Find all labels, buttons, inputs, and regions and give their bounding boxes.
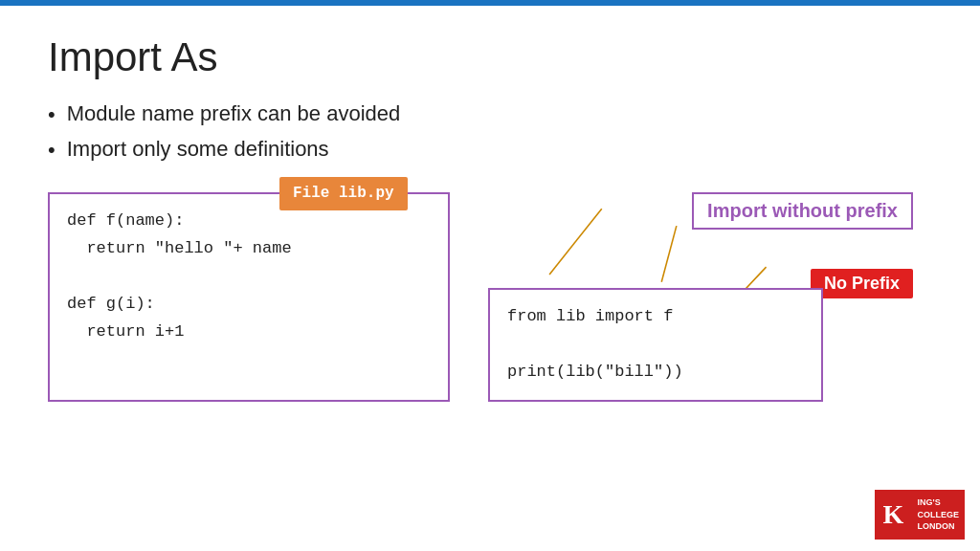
bullet-1-text: Module name prefix can be avoided xyxy=(67,101,401,126)
slide-title: Import As xyxy=(48,34,932,80)
kcl-k-letter: K xyxy=(875,490,911,540)
svg-line-1 xyxy=(661,226,677,282)
code-section: File lib.py def f(name): return "hello "… xyxy=(48,192,932,402)
file-label: File lib.py xyxy=(279,177,408,210)
main-code-line-2: print(lib("bill")) xyxy=(507,359,804,386)
lib-code-line-3: def g(i): xyxy=(67,291,431,319)
lib-code-box: File lib.py def f(name): return "hello "… xyxy=(48,192,450,402)
lib-code-line-1: def f(name): xyxy=(67,208,431,235)
kcl-text: ING'SCollegeLONDON xyxy=(911,490,965,540)
import-without-prefix-label: Import without prefix xyxy=(692,192,913,230)
bullet-2: Import only some definitions xyxy=(48,137,932,165)
bullet-list: Module name prefix can be avoided Import… xyxy=(48,101,932,164)
lib-code-line-4: return i+1 xyxy=(67,319,431,346)
slide: Import As Module name prefix can be avoi… xyxy=(0,0,980,551)
bullet-1: Module name prefix can be avoided xyxy=(48,101,932,129)
main-code-box: from lib import f print(lib("bill")) xyxy=(488,288,823,402)
right-section: Import without prefix No Prefix from lib… xyxy=(488,192,932,402)
bullet-2-text: Import only some definitions xyxy=(67,137,329,162)
lib-code-line-2: return "hello "+ name xyxy=(67,235,431,263)
kcl-logo: K ING'SCollegeLONDON xyxy=(875,490,965,540)
svg-line-0 xyxy=(549,209,602,275)
no-prefix-label: No Prefix xyxy=(811,269,913,298)
main-code-line-1: from lib import f xyxy=(507,303,804,331)
